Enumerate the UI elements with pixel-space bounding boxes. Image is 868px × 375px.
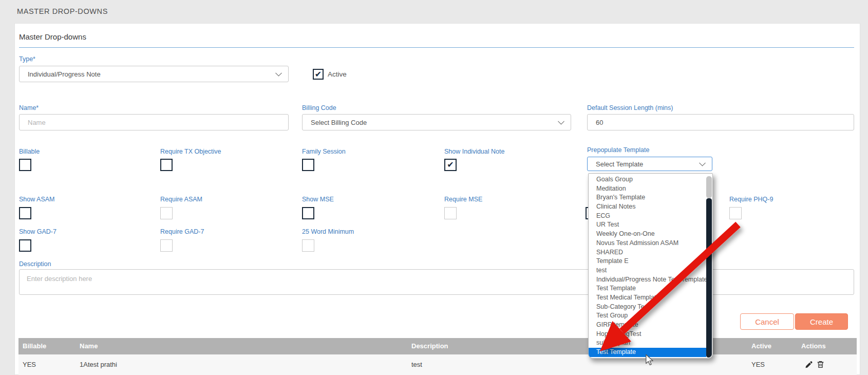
- show-gad7-checkbox[interactable]: [19, 239, 31, 252]
- col-description: Description: [411, 338, 448, 354]
- card-title: Master Drop-downs: [19, 32, 86, 41]
- show-mse-checkbox[interactable]: [302, 207, 314, 219]
- show-individual-note-checkbox[interactable]: [444, 159, 457, 171]
- require-gad7-checkbox[interactable]: [160, 239, 173, 252]
- session-length-label: Default Session Length (mins): [587, 104, 673, 111]
- page-title: MASTER DROP-DOWNS: [17, 7, 108, 15]
- chevron-down-icon: [699, 160, 706, 166]
- require-asam-checkbox[interactable]: [160, 207, 173, 219]
- active-label: Active: [328, 70, 347, 78]
- prepopulate-template-label: Prepopulate Template: [587, 146, 649, 154]
- dropdown-option[interactable]: Goals Group: [589, 175, 706, 184]
- dropdown-option[interactable]: Bryan's Template: [589, 193, 706, 202]
- show-gad7-label: Show GAD-7: [19, 228, 56, 235]
- dropdown-option[interactable]: Clinical Notes: [589, 202, 706, 212]
- word-minimum-label: 25 Word Minimum: [302, 228, 354, 235]
- session-length-input[interactable]: [587, 114, 854, 130]
- type-label: Type*: [19, 55, 35, 63]
- family-session-checkbox[interactable]: [302, 159, 314, 171]
- word-minimum-checkbox[interactable]: [302, 239, 314, 252]
- show-individual-note-label: Show Individual Note: [444, 148, 504, 155]
- billable-label: Billable: [19, 148, 40, 155]
- description-label: Description: [19, 260, 51, 268]
- col-billable: Billable: [23, 338, 46, 354]
- billing-code-label: Billing Code: [302, 104, 336, 111]
- master-dropdowns-page: MASTER DROP-DOWNS Master Drop-downs Type…: [0, 0, 868, 375]
- dropdown-option[interactable]: Meditation: [589, 184, 706, 194]
- require-phq9-label: Require PHQ-9: [729, 196, 773, 203]
- col-name: Name: [80, 338, 98, 354]
- scrollbar-thumb[interactable]: [706, 176, 712, 198]
- show-asam-label: Show ASAM: [19, 196, 54, 203]
- require-mse-label: Require MSE: [444, 196, 482, 203]
- require-tx-objective-label: Require TX Objective: [160, 148, 221, 155]
- trash-icon[interactable]: [816, 360, 825, 369]
- chevron-down-icon: [558, 118, 564, 125]
- billable-checkbox[interactable]: [19, 159, 31, 171]
- type-select-value: Individual/Progress Note: [28, 70, 101, 78]
- cell-description: test: [411, 354, 422, 375]
- cell-name: 1Atest prathi: [80, 354, 117, 375]
- show-asam-checkbox[interactable]: [19, 207, 31, 219]
- cell-billable: YES: [23, 354, 36, 375]
- require-gad7-label: Require GAD-7: [160, 228, 204, 235]
- red-arrow-icon: [580, 216, 755, 370]
- name-input[interactable]: [19, 114, 289, 130]
- show-mse-label: Show MSE: [302, 196, 334, 203]
- pencil-icon[interactable]: [804, 361, 813, 369]
- family-session-label: Family Session: [302, 148, 346, 155]
- chevron-down-icon: [275, 70, 282, 77]
- mouse-cursor-icon: [645, 354, 654, 366]
- active-checkbox[interactable]: [313, 69, 324, 80]
- prepopulate-template-select[interactable]: Select Template: [587, 157, 712, 171]
- card-title-divider: [19, 47, 854, 48]
- billing-code-select[interactable]: Select Billing Code: [302, 114, 571, 130]
- require-tx-objective-checkbox[interactable]: [160, 159, 173, 171]
- name-label: Name*: [19, 104, 39, 111]
- billing-code-select-value: Select Billing Code: [311, 119, 367, 126]
- require-mse-checkbox[interactable]: [444, 207, 457, 219]
- prepopulate-template-select-value: Select Template: [596, 160, 643, 168]
- require-asam-label: Require ASAM: [160, 196, 202, 203]
- col-actions: Actions: [801, 338, 826, 354]
- type-select[interactable]: Individual/Progress Note: [19, 66, 289, 82]
- create-button[interactable]: Create: [795, 313, 848, 330]
